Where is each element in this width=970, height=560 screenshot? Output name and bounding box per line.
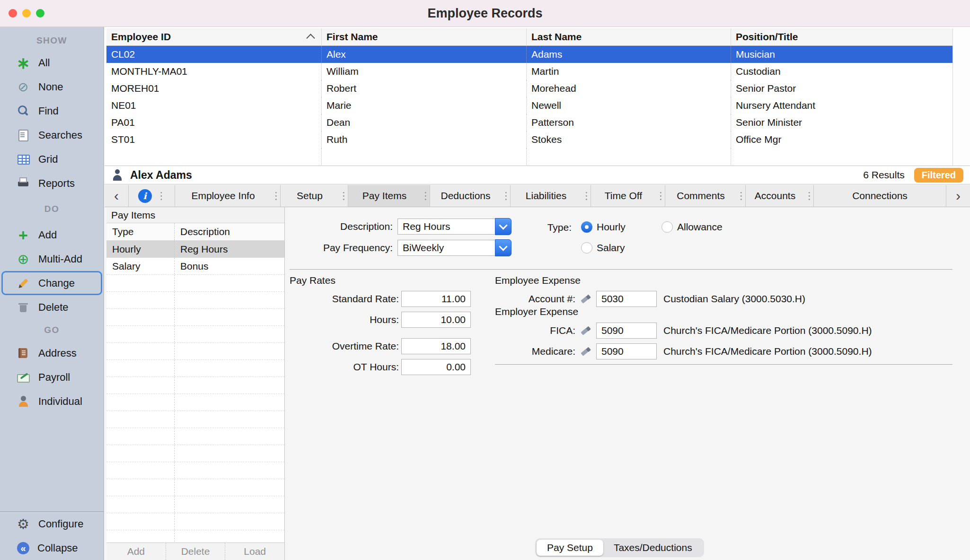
tab-info[interactable] <box>129 185 175 207</box>
sidebar-item-address[interactable]: Address <box>0 341 104 365</box>
medicare-account-field[interactable]: 5090 <box>596 343 657 359</box>
tab-connections[interactable]: Connections <box>814 185 946 207</box>
filtered-badge[interactable]: Filtered <box>914 168 963 183</box>
list-item[interactable]: Salary Bonus <box>106 258 284 275</box>
account-lookup-icon[interactable] <box>579 292 593 306</box>
type-label: Type: <box>512 222 572 233</box>
cell-employee-id: CL02 <box>106 46 322 63</box>
tab-handle-icon[interactable] <box>582 190 588 201</box>
tab-taxes-deductions[interactable]: Taxes/Deductions <box>603 540 703 556</box>
tab-accounts[interactable]: Accounts <box>746 185 814 207</box>
tab-employee-info[interactable]: Employee Info <box>175 185 281 207</box>
cell-first-name: Robert <box>322 80 527 97</box>
sidebar-item-collapse[interactable]: Collapse <box>0 536 104 560</box>
magnifier-icon <box>16 104 30 118</box>
chevron-down-icon[interactable] <box>495 239 511 256</box>
sidebar-item-multi-add[interactable]: Multi-Add <box>0 247 104 271</box>
standard-rate-field[interactable]: 11.00 <box>401 291 471 307</box>
column-header-position-title[interactable]: Position/Title <box>731 28 952 45</box>
cell-type: Salary <box>106 258 175 274</box>
sidebar-item-reports[interactable]: Reports <box>0 171 104 195</box>
account-row: Account #: 5030 Custodian Salary (3000.5… <box>495 290 805 308</box>
sidebar-item-label: Payroll <box>38 371 70 384</box>
tab-handle-icon[interactable] <box>339 190 345 201</box>
list-item[interactable]: Hourly Reg Hours <box>106 241 284 258</box>
tab-handle-icon[interactable] <box>421 190 427 201</box>
medicare-row: Medicare: 5090 Church's FICA/Medicare Po… <box>495 342 872 360</box>
column-header-employee-id[interactable]: Employee ID <box>106 28 322 45</box>
tab-handle-icon[interactable] <box>736 190 743 201</box>
chevron-down-icon[interactable] <box>495 218 511 235</box>
pencil-icon <box>16 276 30 290</box>
tab-pay-items[interactable]: Pay Items <box>348 185 430 207</box>
sidebar-item-add[interactable]: Add <box>0 223 104 247</box>
pay-item-form: Description: Reg Hours Type: Hourly Allo… <box>285 207 970 560</box>
cell-position: Senior Minister <box>731 114 952 131</box>
radio-salary[interactable]: Salary <box>581 242 625 254</box>
account-lookup-icon[interactable] <box>579 324 593 338</box>
column-header-last-name[interactable]: Last Name <box>527 28 731 45</box>
sidebar-item-individual[interactable]: Individual <box>0 389 104 413</box>
sidebar-section-show: SHOW <box>0 31 104 51</box>
tab-handle-icon[interactable] <box>271 190 278 201</box>
delete-pay-item-button[interactable]: Delete <box>166 543 226 560</box>
close-window-icon[interactable] <box>9 9 17 18</box>
fica-account-field[interactable]: 5090 <box>596 323 657 339</box>
empty-list-row <box>106 530 284 542</box>
table-row[interactable]: MONTHLY-MA01 William Martin Custodian <box>106 63 952 80</box>
tab-setup[interactable]: Setup <box>281 185 348 207</box>
sidebar-item-payroll[interactable]: Payroll <box>0 365 104 389</box>
tab-handle-icon[interactable] <box>501 190 508 201</box>
add-pay-item-button[interactable]: Add <box>106 543 166 560</box>
table-row[interactable]: PA01 Dean Patterson Senior Minister <box>106 114 952 131</box>
sidebar-item-all[interactable]: All <box>0 51 104 75</box>
tab-handle-icon[interactable] <box>157 190 163 201</box>
sidebar-item-none[interactable]: None <box>0 75 104 99</box>
sidebar-item-searches[interactable]: Searches <box>0 123 104 147</box>
column-header-first-name[interactable]: First Name <box>322 28 527 45</box>
radio-allowance[interactable]: Allowance <box>661 221 723 233</box>
tab-time-off[interactable]: Time Off <box>591 185 665 207</box>
window-controls <box>9 9 44 18</box>
tab-scroll-left-icon[interactable] <box>105 185 129 207</box>
tab-label: Comments <box>665 190 736 201</box>
account-lookup-icon[interactable] <box>579 344 593 359</box>
tab-liabilities[interactable]: Liabilities <box>511 185 591 207</box>
sidebar-item-delete[interactable]: Delete <box>0 295 104 319</box>
table-row[interactable]: ST01 Ruth Stokes Office Mgr <box>106 131 952 148</box>
table-row[interactable]: CL02 Alex Adams Musician <box>106 46 952 63</box>
account-number-field[interactable]: 5030 <box>596 291 657 307</box>
radio-hourly[interactable]: Hourly <box>581 221 626 233</box>
sidebar-item-change[interactable]: Change <box>1 271 102 295</box>
tab-pay-setup[interactable]: Pay Setup <box>537 540 603 556</box>
table-row[interactable]: MOREH01 Robert Morehead Senior Pastor <box>106 80 952 97</box>
pay-frequency-label: Pay Frequency: <box>285 242 393 254</box>
description-value[interactable]: Reg Hours <box>397 219 495 235</box>
tab-handle-icon[interactable] <box>656 190 662 201</box>
tab-comments[interactable]: Comments <box>665 185 746 207</box>
load-pay-item-button[interactable]: Load <box>225 543 284 560</box>
sidebar-item-configure[interactable]: Configure <box>0 512 104 536</box>
tab-deductions[interactable]: Deductions <box>430 185 511 207</box>
empty-list-row <box>106 394 284 411</box>
sidebar-item-find[interactable]: Find <box>0 99 104 123</box>
record-bar: Alex Adams 6 Results Filtered <box>105 166 970 184</box>
pay-frequency-value[interactable]: BiWeekly <box>397 240 495 256</box>
sidebar-item-grid[interactable]: Grid <box>0 147 104 171</box>
ot-hours-field[interactable]: 0.00 <box>401 359 471 375</box>
hours-field[interactable]: 10.00 <box>401 312 471 328</box>
table-row[interactable]: NE01 Marie Newell Nursery Attendant <box>106 97 952 114</box>
overtime-rate-field[interactable]: 18.00 <box>401 338 471 354</box>
tab-handle-icon[interactable] <box>804 190 811 201</box>
minimize-window-icon[interactable] <box>22 9 31 18</box>
employee-expense-heading: Employee Expense <box>495 275 581 286</box>
account-description: Custodian Salary (3000.5030.H) <box>663 293 805 305</box>
table-scrollbar-track[interactable] <box>952 28 970 166</box>
sidebar-item-label: Change <box>38 277 75 289</box>
tab-scroll-right-icon[interactable] <box>946 185 970 207</box>
column-header-type[interactable]: Type <box>106 223 175 240</box>
table-empty-row <box>106 148 952 165</box>
column-header-description[interactable]: Description <box>175 223 284 240</box>
zoom-window-icon[interactable] <box>36 9 44 18</box>
medicare-label: Medicare: <box>495 346 575 357</box>
